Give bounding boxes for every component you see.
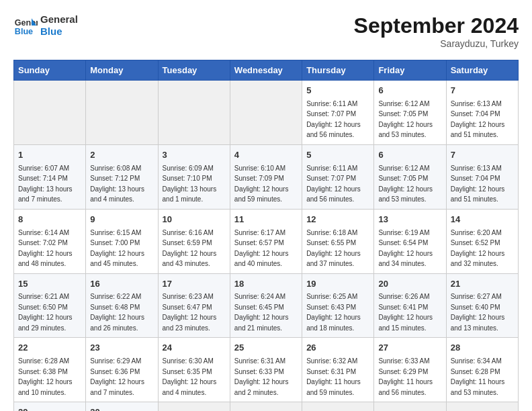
daylight-info: Daylight: 12 hours and 26 minutes. xyxy=(90,314,144,332)
table-row: 1Sunrise: 6:07 AMSunset: 7:14 PMDaylight… xyxy=(14,144,86,209)
sunset-info: Sunset: 6:29 PM xyxy=(378,368,428,375)
table-row: 13Sunrise: 6:19 AMSunset: 6:54 PMDayligh… xyxy=(374,209,446,273)
sunrise-info: Sunrise: 6:19 AM xyxy=(378,229,429,236)
table-row: 18Sunrise: 6:24 AMSunset: 6:45 PMDayligh… xyxy=(230,273,302,338)
day-number: 9 xyxy=(90,214,153,226)
table-row xyxy=(230,402,302,411)
day-number: 14 xyxy=(451,214,514,226)
table-row xyxy=(86,81,158,145)
day-number: 10 xyxy=(163,214,226,226)
sunset-info: Sunset: 6:40 PM xyxy=(451,304,500,311)
sunrise-info: Sunrise: 6:15 AM xyxy=(90,229,141,236)
daylight-info: Daylight: 12 hours and 48 minutes. xyxy=(18,250,73,268)
day-number: 25 xyxy=(234,342,298,355)
day-number: 21 xyxy=(451,278,514,291)
table-row: 14Sunrise: 6:20 AMSunset: 6:52 PMDayligh… xyxy=(446,209,518,273)
sunset-info: Sunset: 6:33 PM xyxy=(234,368,284,375)
sunset-info: Sunset: 7:05 PM xyxy=(378,175,428,182)
sunset-info: Sunset: 7:10 PM xyxy=(163,175,212,182)
sunrise-info: Sunrise: 6:30 AM xyxy=(163,357,214,365)
table-row xyxy=(446,402,518,411)
sunrise-info: Sunrise: 6:31 AM xyxy=(234,357,285,365)
table-row: 9Sunrise: 6:15 AMSunset: 7:00 PMDaylight… xyxy=(86,209,158,273)
sunset-info: Sunset: 7:07 PM xyxy=(306,110,356,118)
sunset-info: Sunset: 7:09 PM xyxy=(234,175,284,182)
table-row: 7Sunrise: 6:13 AMSunset: 7:04 PMDaylight… xyxy=(446,144,518,209)
day-number: 13 xyxy=(378,214,441,226)
daylight-info: Daylight: 12 hours and 37 minutes. xyxy=(306,250,361,268)
table-row: 28Sunrise: 6:34 AMSunset: 6:28 PMDayligh… xyxy=(446,338,518,402)
table-row: 5Sunrise: 6:11 AMSunset: 7:07 PMDaylight… xyxy=(302,81,374,145)
table-row: 20Sunrise: 6:26 AMSunset: 6:41 PMDayligh… xyxy=(374,273,446,338)
daylight-info: Daylight: 12 hours and 32 minutes. xyxy=(451,250,505,268)
daylight-info: Daylight: 12 hours and 45 minutes. xyxy=(90,250,144,268)
daylight-info: Daylight: 12 hours and 51 minutes. xyxy=(451,121,505,139)
day-number: 16 xyxy=(90,278,153,291)
day-number: 30 xyxy=(90,406,153,411)
daylight-info: Daylight: 12 hours and 40 minutes. xyxy=(234,250,289,268)
day-number: 7 xyxy=(451,149,514,162)
sunset-info: Sunset: 6:35 PM xyxy=(163,368,212,375)
daylight-info: Daylight: 11 hours and 53 minutes. xyxy=(451,378,505,396)
sunrise-info: Sunrise: 6:16 AM xyxy=(163,229,214,236)
sunrise-info: Sunrise: 6:25 AM xyxy=(306,293,357,300)
table-row: 7Sunrise: 6:13 AMSunset: 7:04 PMDaylight… xyxy=(446,81,518,145)
table-row: 3Sunrise: 6:09 AMSunset: 7:10 PMDaylight… xyxy=(158,144,230,209)
table-row xyxy=(158,81,230,145)
table-row: 16Sunrise: 6:22 AMSunset: 6:48 PMDayligh… xyxy=(86,273,158,338)
sunset-info: Sunset: 6:36 PM xyxy=(90,368,140,375)
daylight-info: Daylight: 12 hours and 18 minutes. xyxy=(306,314,361,332)
daylight-info: Daylight: 12 hours and 10 minutes. xyxy=(18,378,73,396)
day-number: 5 xyxy=(306,85,369,97)
day-number: 1 xyxy=(18,149,81,162)
table-row: 22Sunrise: 6:28 AMSunset: 6:38 PMDayligh… xyxy=(14,338,86,402)
table-row: 30Sunrise: 6:36 AMSunset: 6:24 PMDayligh… xyxy=(86,402,158,411)
table-row: 21Sunrise: 6:27 AMSunset: 6:40 PMDayligh… xyxy=(446,273,518,338)
col-tuesday: Tuesday xyxy=(158,60,230,81)
table-row: 17Sunrise: 6:23 AMSunset: 6:47 PMDayligh… xyxy=(158,273,230,338)
page-header: General Blue General Blue September 2024… xyxy=(13,13,519,49)
col-friday: Friday xyxy=(374,60,446,81)
sunrise-info: Sunrise: 6:09 AM xyxy=(163,165,214,172)
day-number: 19 xyxy=(306,278,369,291)
day-number: 28 xyxy=(451,342,514,355)
table-row: 2Sunrise: 6:08 AMSunset: 7:12 PMDaylight… xyxy=(86,144,158,209)
table-row: 6Sunrise: 6:12 AMSunset: 7:05 PMDaylight… xyxy=(374,144,446,209)
day-number: 6 xyxy=(378,85,441,97)
day-number: 7 xyxy=(451,85,514,97)
sunrise-info: Sunrise: 6:28 AM xyxy=(18,357,69,365)
daylight-info: Daylight: 12 hours and 56 minutes. xyxy=(306,185,361,203)
sunset-info: Sunset: 6:48 PM xyxy=(90,304,140,311)
sunset-info: Sunset: 7:14 PM xyxy=(18,175,68,182)
calendar-table: Sunday Monday Tuesday Wednesday Thursday… xyxy=(13,60,519,411)
sunset-info: Sunset: 6:47 PM xyxy=(163,304,212,311)
sunrise-info: Sunrise: 6:11 AM xyxy=(306,100,357,107)
table-row xyxy=(158,402,230,411)
day-number: 11 xyxy=(234,214,298,226)
sunrise-info: Sunrise: 6:32 AM xyxy=(306,357,357,365)
table-row: 11Sunrise: 6:17 AMSunset: 6:57 PMDayligh… xyxy=(230,209,302,273)
day-number: 26 xyxy=(306,342,369,355)
sunset-info: Sunset: 7:04 PM xyxy=(451,110,500,118)
sunrise-info: Sunrise: 6:22 AM xyxy=(90,293,141,300)
day-number: 2 xyxy=(90,149,153,162)
table-row: 27Sunrise: 6:33 AMSunset: 6:29 PMDayligh… xyxy=(374,338,446,402)
sunset-info: Sunset: 6:57 PM xyxy=(234,239,284,246)
sunset-info: Sunset: 7:04 PM xyxy=(451,175,500,182)
table-row xyxy=(374,402,446,411)
sunrise-info: Sunrise: 6:10 AM xyxy=(234,165,285,172)
table-row: 19Sunrise: 6:25 AMSunset: 6:43 PMDayligh… xyxy=(302,273,374,338)
sunset-info: Sunset: 7:00 PM xyxy=(90,239,140,246)
daylight-info: Daylight: 12 hours and 53 minutes. xyxy=(378,121,433,139)
table-row: 23Sunrise: 6:29 AMSunset: 6:36 PMDayligh… xyxy=(86,338,158,402)
day-number: 6 xyxy=(378,149,441,162)
sunrise-info: Sunrise: 6:13 AM xyxy=(451,100,502,107)
daylight-info: Daylight: 12 hours and 59 minutes. xyxy=(234,185,289,203)
sunrise-info: Sunrise: 6:27 AM xyxy=(451,293,502,300)
sunrise-info: Sunrise: 6:29 AM xyxy=(90,357,141,365)
daylight-info: Daylight: 12 hours and 29 minutes. xyxy=(18,314,73,332)
day-number: 27 xyxy=(378,342,441,355)
sunset-info: Sunset: 6:55 PM xyxy=(306,239,356,246)
col-wednesday: Wednesday xyxy=(230,60,302,81)
sunrise-info: Sunrise: 6:13 AM xyxy=(451,165,502,172)
